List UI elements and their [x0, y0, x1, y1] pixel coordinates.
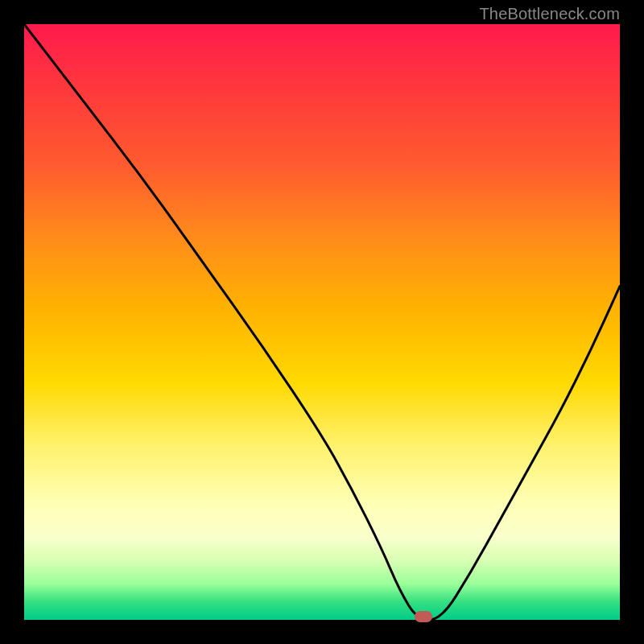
- watermark-text: TheBottleneck.com: [479, 5, 620, 23]
- chart-container: TheBottleneck.com: [0, 0, 644, 644]
- bottleneck-curve: [24, 24, 620, 620]
- optimal-point-marker: [415, 611, 432, 622]
- plot-area: [24, 24, 620, 620]
